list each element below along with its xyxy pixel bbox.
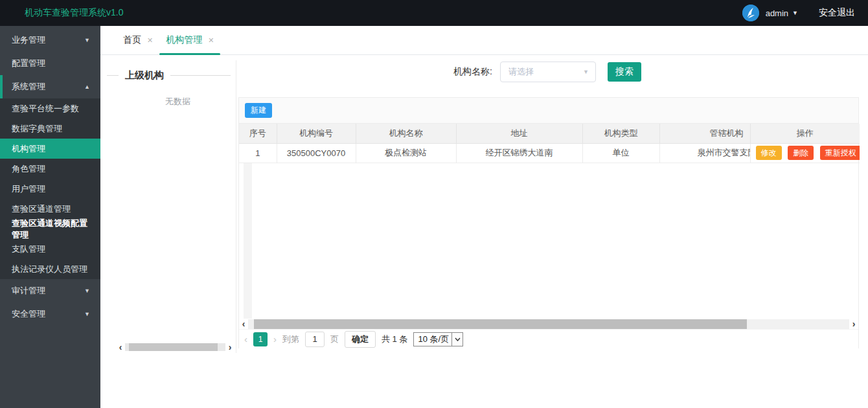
table-header-row: 序号 机构编号 机构名称 地址 机构类型 管辖机构 操作 <box>239 124 860 143</box>
logout-button[interactable]: 安全退出 <box>819 7 855 19</box>
sidebar-item-role-management[interactable]: 角色管理 <box>0 159 100 179</box>
sidebar-item-org-management[interactable]: 机构管理 <box>0 139 100 159</box>
chevron-down-icon <box>451 333 463 346</box>
chevron-down-icon: ▼ <box>84 311 90 317</box>
scroll-right-icon[interactable]: › <box>225 343 234 352</box>
table-toolbar: 新建 <box>239 98 858 124</box>
tab-bar: 首页 ✕ 机构管理 ✕ <box>100 26 868 55</box>
user-menu-chevron-down-icon[interactable]: ▼ <box>792 10 798 16</box>
user-avatar[interactable] <box>742 5 759 21</box>
edit-button[interactable]: 修改 <box>756 146 782 160</box>
delete-button[interactable]: 删除 <box>788 146 814 160</box>
tab-label: 机构管理 <box>166 34 202 46</box>
cell-seq: 1 <box>239 143 277 163</box>
goto-label: 到第 <box>282 334 299 345</box>
tab-label: 首页 <box>123 34 141 46</box>
chevron-up-icon: ▲ <box>84 84 90 90</box>
scrollbar-thumb[interactable] <box>254 319 747 329</box>
panel-title-row: 上级机构 <box>107 69 236 82</box>
org-name-label: 机构名称: <box>453 66 492 78</box>
sidebar-item-config[interactable]: 配置管理 <box>0 52 100 75</box>
scrollbar-thumb[interactable] <box>129 343 217 351</box>
current-page-button[interactable]: 1 <box>253 332 268 346</box>
main-area: 首页 ✕ 机构管理 ✕ 机构名称: 请选择 ▼ 搜索 <box>100 26 868 408</box>
table-horizontal-scrollbar: ‹ › <box>239 319 858 329</box>
scroll-left-icon[interactable]: ‹ <box>116 343 125 352</box>
header-address: 地址 <box>456 124 582 143</box>
app-title: 机动车查验管理系统v1.0 <box>25 7 123 19</box>
scroll-right-icon[interactable]: › <box>849 319 858 328</box>
divider <box>170 75 231 76</box>
sidebar-item-label: 审计管理 <box>12 285 45 297</box>
sidebar-item-label: 配置管理 <box>12 58 45 69</box>
prev-page-button[interactable]: ‹ <box>244 333 247 346</box>
scrollbar-track[interactable] <box>125 343 225 351</box>
table-empty-area <box>239 163 858 319</box>
scrollbar-track[interactable] <box>248 319 849 329</box>
cell-org-type: 单位 <box>582 143 659 163</box>
app-window: 机动车查验管理系统v1.0 admin ▼ 安全退出 业务管理 ▼ 配置管理 系… <box>0 0 868 408</box>
username-label[interactable]: admin <box>766 8 788 18</box>
avatar-logo-icon <box>742 5 759 21</box>
close-icon[interactable]: ✕ <box>208 36 214 45</box>
sidebar-item-user-management[interactable]: 用户管理 <box>0 179 100 199</box>
sidebar-item-label: 安全管理 <box>12 308 45 320</box>
reauthorize-button[interactable]: 重新授权 <box>820 146 860 160</box>
sidebar-item-label: 系统管理 <box>12 81 45 93</box>
header-org-name: 机构名称 <box>356 124 456 143</box>
search-button[interactable]: 搜索 <box>608 62 641 82</box>
sidebar-item-detachment-management[interactable]: 支队管理 <box>0 239 100 259</box>
sidebar-item-system[interactable]: 系统管理 ▲ <box>0 75 100 98</box>
header-org-code: 机构编号 <box>277 124 356 143</box>
cell-address: 经开区锦绣大道南 <box>456 143 582 163</box>
chevron-down-icon: ▼ <box>583 69 589 75</box>
page-content: 机构名称: 请选择 ▼ 搜索 上级机构 无数据 ‹ <box>100 55 868 408</box>
chevron-down-icon: ▼ <box>84 37 90 43</box>
total-count-label: 共 1 条 <box>382 334 407 345</box>
tab-home[interactable]: 首页 ✕ <box>117 26 159 54</box>
vertical-scrollbar-track[interactable] <box>244 163 252 319</box>
search-form: 机构名称: 请选择 ▼ 搜索 <box>453 62 641 82</box>
goto-page-input[interactable] <box>305 332 325 347</box>
next-page-button[interactable]: › <box>273 333 277 346</box>
parent-org-panel: 上级机构 无数据 ‹ › <box>107 60 236 353</box>
sidebar-item-data-dictionary[interactable]: 数据字典管理 <box>0 119 100 139</box>
empty-data-text: 无数据 <box>165 96 236 108</box>
panel-title: 上级机构 <box>119 69 170 82</box>
top-header-bar: 机动车查验管理系统v1.0 admin ▼ 安全退出 <box>0 0 868 26</box>
sidebar-item-business[interactable]: 业务管理 ▼ <box>0 28 100 52</box>
header-seq: 序号 <box>239 124 277 143</box>
cell-org-code: 350500CY0070 <box>277 143 356 163</box>
sidebar-item-platform-params[interactable]: 查验平台统一参数 <box>0 98 100 119</box>
cell-org-name: 极点检测站 <box>356 143 456 163</box>
header-org-type: 机构类型 <box>582 124 659 143</box>
cell-actions: 修改 删除 重新授权 <box>750 143 860 163</box>
sidebar-item-security[interactable]: 安全管理 ▼ <box>0 302 100 326</box>
page-size-value: 10 条/页 <box>414 333 451 346</box>
tab-org-management[interactable]: 机构管理 ✕ <box>159 26 220 54</box>
page-unit-label: 页 <box>330 334 339 345</box>
pagination-bar: ‹ 1 › 到第 页 确定 共 1 条 10 条/页 <box>239 329 858 348</box>
close-icon[interactable]: ✕ <box>147 36 153 45</box>
sidebar-item-audit[interactable]: 审计管理 ▼ <box>0 279 100 302</box>
system-submenu: 查验平台统一参数 数据字典管理 机构管理 角色管理 用户管理 查验区通道管理 查… <box>0 98 100 279</box>
org-table-panel: 新建 序号 机构编号 机构名称 地址 机构类型 管辖机构 <box>238 97 859 348</box>
header-authority: 管辖机构 <box>659 124 750 143</box>
sidebar-nav: 业务管理 ▼ 配置管理 系统管理 ▲ 查验平台统一参数 数据字典管理 机构管理 … <box>0 26 100 408</box>
org-name-select[interactable]: 请选择 ▼ <box>500 62 596 82</box>
org-table: 序号 机构编号 机构名称 地址 机构类型 管辖机构 操作 1 350500CY0 <box>239 124 860 163</box>
sidebar-item-channel-video-config[interactable]: 查验区通道视频配置管理 <box>0 219 100 239</box>
chevron-down-icon: ▼ <box>84 288 90 294</box>
sidebar-item-recorder-personnel[interactable]: 执法记录仪人员管理 <box>0 259 100 279</box>
table-row: 1 350500CY0070 极点检测站 经开区锦绣大道南 单位 泉州市交警支队… <box>239 143 860 163</box>
tree-horizontal-scrollbar: ‹ › <box>116 343 234 352</box>
create-button[interactable]: 新建 <box>245 103 272 118</box>
confirm-button[interactable]: 确定 <box>345 331 376 348</box>
sidebar-item-channel-management[interactable]: 查验区通道管理 <box>0 199 100 219</box>
select-placeholder: 请选择 <box>508 66 534 78</box>
scroll-left-icon[interactable]: ‹ <box>239 319 248 328</box>
page-size-select[interactable]: 10 条/页 <box>413 332 463 346</box>
divider <box>107 75 119 76</box>
header-user-area: admin ▼ 安全退出 <box>742 5 855 21</box>
cell-authority: 泉州市交警支队 <box>659 143 750 163</box>
